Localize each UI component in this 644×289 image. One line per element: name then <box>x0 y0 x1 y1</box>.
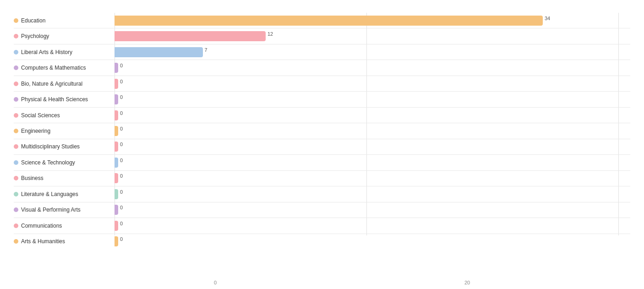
bar-label-text: Liberal Arts & History <box>21 49 72 55</box>
bar-dot <box>14 176 18 180</box>
bar-dot <box>14 50 18 55</box>
x-axis-wrapper: 02040 <box>115 278 630 289</box>
bar-dot <box>14 113 18 118</box>
bar-dot <box>14 97 18 102</box>
x-axis-label: 0 <box>214 280 217 285</box>
bar-fill: 0 <box>115 63 118 73</box>
bar-fill: 0 <box>115 142 118 152</box>
bar-track: 0 <box>115 123 630 138</box>
bar-track: 0 <box>115 108 630 123</box>
bar-dot <box>14 160 18 165</box>
bar-row: Computers & Mathematics0 <box>14 60 630 76</box>
bar-fill: 0 <box>115 158 118 168</box>
x-axis: 02040 <box>215 280 630 289</box>
bar-value-label: 0 <box>120 110 123 116</box>
bar-label: Science & Technology <box>14 159 115 166</box>
bar-fill: 0 <box>115 236 118 246</box>
bar-track: 0 <box>115 186 630 202</box>
bar-row: Social Sciences0 <box>14 108 630 123</box>
bar-fill: 34 <box>115 16 543 26</box>
bar-label-text: Business <box>21 175 44 181</box>
bar-track: 0 <box>115 234 630 249</box>
bar-fill: 7 <box>115 47 203 57</box>
bar-track: 0 <box>115 218 630 233</box>
bar-value-label: 0 <box>120 173 123 179</box>
chart-container: Education34Psychology12Liberal Arts & Hi… <box>0 0 644 289</box>
bar-label: Psychology <box>14 33 115 39</box>
bar-value-label: 0 <box>120 142 123 147</box>
bar-dot <box>14 34 18 38</box>
bar-value-label: 0 <box>120 205 123 210</box>
bar-label: Business <box>14 175 115 181</box>
bar-label-text: Physical & Health Sciences <box>21 96 88 103</box>
bar-track: 0 <box>115 155 630 170</box>
bar-dot <box>14 207 18 212</box>
bar-track: 34 <box>115 13 630 28</box>
bar-label-text: Science & Technology <box>21 159 75 166</box>
bar-value-label: 12 <box>267 31 273 37</box>
bar-label: Computers & Mathematics <box>14 65 115 71</box>
chart-area: Education34Psychology12Liberal Arts & Hi… <box>14 13 630 249</box>
bar-label: Bio, Nature & Agricultural <box>14 81 115 87</box>
bar-row: Liberal Arts & History7 <box>14 44 630 60</box>
bar-label: Physical & Health Sciences <box>14 96 115 103</box>
bar-label: Visual & Performing Arts <box>14 207 115 213</box>
bar-label-text: Arts & Humanities <box>21 238 65 245</box>
bar-row: Physical & Health Sciences0 <box>14 92 630 107</box>
bar-value-label: 0 <box>120 158 123 163</box>
bar-dot <box>14 239 18 244</box>
bar-label-text: Literature & Languages <box>21 191 78 197</box>
bar-value-label: 0 <box>120 221 123 226</box>
bar-dot <box>14 224 18 228</box>
bar-label-text: Psychology <box>21 33 49 39</box>
bar-dot <box>14 144 18 149</box>
bar-dot <box>14 82 18 86</box>
bar-row: Bio, Nature & Agricultural0 <box>14 76 630 92</box>
bar-label-text: Bio, Nature & Agricultural <box>21 81 82 87</box>
bar-value-label: 0 <box>120 236 123 242</box>
bar-fill: 0 <box>115 126 118 136</box>
bar-value-label: 7 <box>205 47 207 53</box>
bar-track: 0 <box>115 139 630 154</box>
bar-row: Arts & Humanities0 <box>14 234 630 249</box>
bar-label: Engineering <box>14 128 115 134</box>
bar-fill: 0 <box>115 94 118 104</box>
bar-label: Communications <box>14 223 115 229</box>
bar-track: 7 <box>115 44 630 60</box>
bar-row: Communications0 <box>14 218 630 234</box>
bar-dot <box>14 18 18 23</box>
bars-section: Education34Psychology12Liberal Arts & Hi… <box>14 13 630 249</box>
bar-row: Education34 <box>14 13 630 28</box>
bar-label: Multidisciplinary Studies <box>14 143 115 150</box>
bar-label: Literature & Languages <box>14 191 115 197</box>
bar-row: Engineering0 <box>14 123 630 139</box>
bar-dot <box>14 129 18 133</box>
bar-label-text: Computers & Mathematics <box>21 65 86 71</box>
bar-track: 0 <box>115 76 630 91</box>
bar-value-label: 0 <box>120 79 123 84</box>
bar-value-label: 0 <box>120 63 123 68</box>
bar-track: 0 <box>115 92 630 107</box>
bar-row: Literature & Languages0 <box>14 186 630 202</box>
bar-dot <box>14 65 18 70</box>
bar-track: 0 <box>115 202 630 218</box>
bar-value-label: 0 <box>120 126 123 131</box>
bar-label: Liberal Arts & History <box>14 49 115 55</box>
bar-fill: 0 <box>115 79 118 89</box>
bar-fill: 0 <box>115 221 118 231</box>
bar-track: 0 <box>115 171 630 186</box>
bar-track: 12 <box>115 28 630 44</box>
bar-fill: 12 <box>115 31 266 41</box>
bar-label: Social Sciences <box>14 112 115 119</box>
bar-track: 0 <box>115 60 630 75</box>
bar-label: Arts & Humanities <box>14 238 115 245</box>
bar-row: Visual & Performing Arts0 <box>14 202 630 218</box>
bar-label-text: Multidisciplinary Studies <box>21 143 80 150</box>
bar-label-text: Education <box>21 17 45 24</box>
bar-value-label: 0 <box>120 189 123 195</box>
bar-label: Education <box>14 17 115 24</box>
bar-value-label: 0 <box>120 94 123 100</box>
bar-label-text: Visual & Performing Arts <box>21 207 81 213</box>
bar-row: Business0 <box>14 171 630 186</box>
x-axis-label: 20 <box>464 280 470 285</box>
